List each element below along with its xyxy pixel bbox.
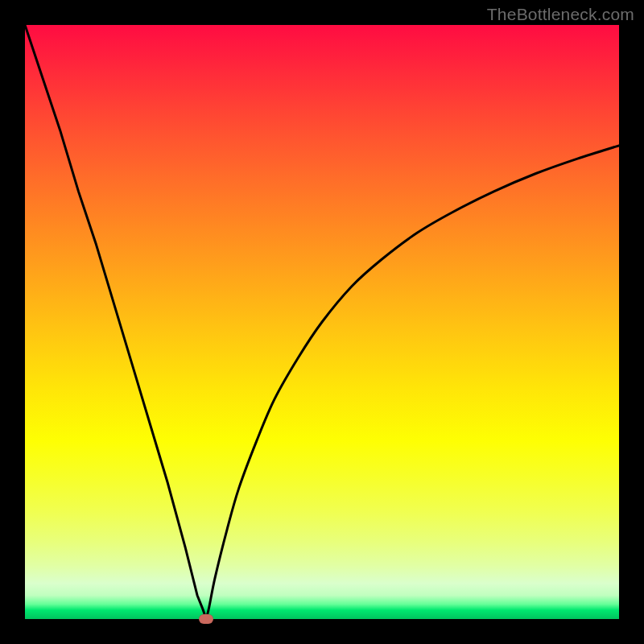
plot-area <box>25 25 619 619</box>
watermark-text: TheBottleneck.com <box>487 5 634 24</box>
chart-frame: TheBottleneck.com <box>0 0 644 644</box>
minimum-marker <box>199 614 213 624</box>
bottleneck-curve <box>25 25 619 619</box>
curve-svg <box>25 25 619 619</box>
